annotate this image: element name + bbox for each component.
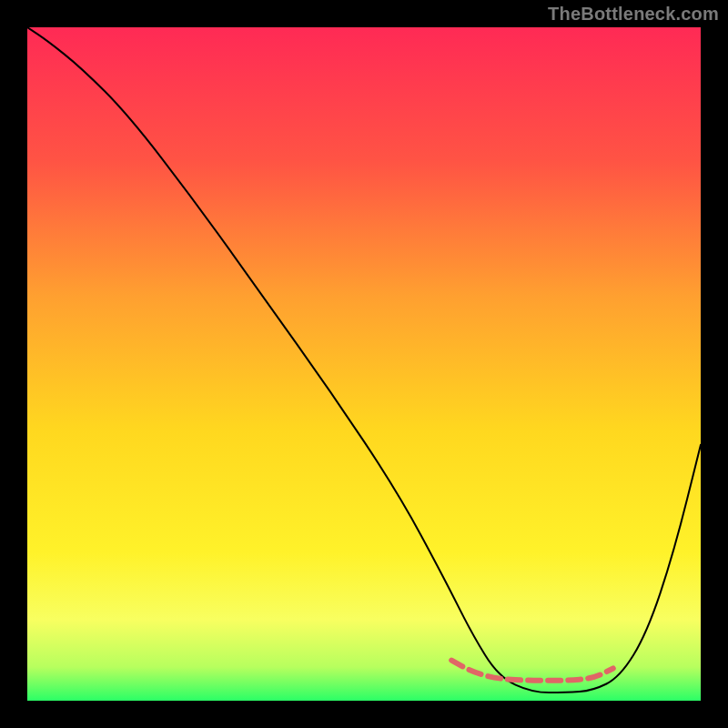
watermark-label: TheBottleneck.com [548, 4, 719, 25]
chart-background [27, 27, 701, 701]
chart-plot-area [27, 27, 701, 701]
chart-svg [27, 27, 701, 701]
chart-frame: TheBottleneck.com [0, 0, 728, 728]
